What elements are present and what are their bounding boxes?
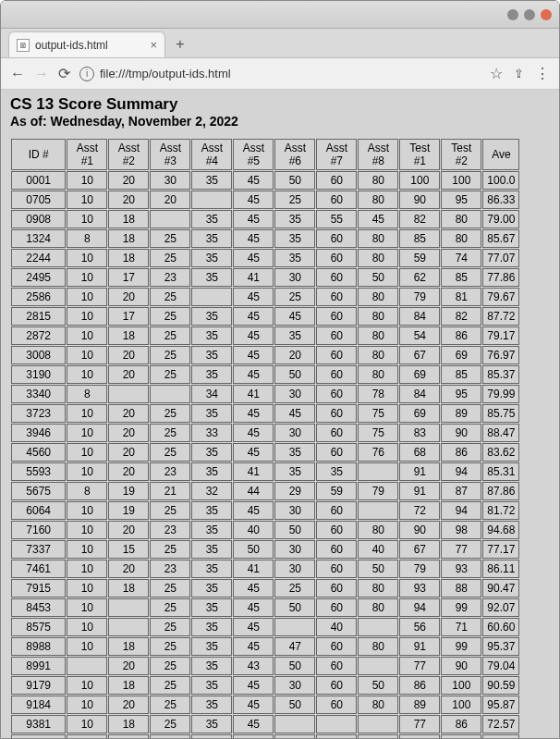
table-cell: 69: [441, 346, 481, 364]
table-cell: 35: [191, 618, 232, 636]
table-cell: 78.9: [399, 734, 440, 739]
page-title: CS 13 Score Summary: [10, 95, 550, 114]
menu-icon[interactable]: ⋮: [535, 65, 550, 82]
table-cell: 72: [399, 501, 440, 520]
table-cell: 79.04: [482, 657, 519, 675]
table-cell: 35: [274, 326, 315, 345]
table-cell: 10: [67, 249, 107, 267]
back-icon[interactable]: ←: [10, 66, 25, 82]
table-cell: 36.3: [274, 734, 315, 739]
table-cell: 86.33: [482, 191, 519, 209]
table-cell: [108, 385, 149, 403]
table-cell: [67, 657, 107, 675]
table-cell: 3190: [11, 365, 66, 384]
table-cell: 45: [233, 424, 274, 442]
browser-window: 🗎 output-ids.html × + ← → ⟳ i file:///tm…: [0, 0, 560, 739]
table-cell: 82: [399, 210, 440, 228]
table-cell: [358, 618, 398, 636]
window-minimize-icon[interactable]: [507, 9, 518, 20]
bookmark-icon[interactable]: ☆: [490, 65, 503, 82]
window-maximize-icon[interactable]: [524, 9, 535, 20]
table-row: 606410192535453060729481.72: [11, 501, 519, 520]
table-cell: 25: [150, 365, 190, 384]
tab-close-icon[interactable]: ×: [150, 38, 157, 52]
table-cell: 25: [274, 191, 315, 209]
table-cell: 80: [358, 365, 398, 384]
table-cell: 79: [358, 482, 398, 500]
table-cell: 10: [67, 346, 107, 364]
table-row: 070510202045256080909586.33: [11, 191, 519, 209]
window-close-icon[interactable]: [541, 9, 552, 20]
table-cell: 45: [233, 288, 274, 306]
table-cell: 44: [233, 482, 274, 500]
window-titlebar: [1, 1, 559, 29]
table-cell: 10: [67, 696, 107, 714]
extensions-icon[interactable]: ⇪: [514, 67, 524, 80]
table-cell: 25: [150, 579, 190, 597]
table-cell: 20: [108, 462, 149, 481]
table-row: 559310202335413535919485.31: [11, 462, 519, 481]
table-cell: 79.99: [482, 385, 519, 403]
table-cell: 10: [67, 424, 107, 442]
site-info-icon[interactable]: i: [79, 67, 94, 81]
table-cell: 2872: [11, 326, 66, 345]
tab-output-ids[interactable]: 🗎 output-ids.html ×: [8, 31, 165, 57]
table-cell: 50: [358, 560, 398, 578]
table-cell: 45: [233, 365, 274, 384]
new-tab-button[interactable]: +: [169, 33, 191, 55]
table-cell: 20: [108, 443, 149, 462]
table-cell: 45: [274, 404, 315, 423]
table-cell: 95.87: [482, 696, 519, 714]
table-cell: 7915: [11, 579, 66, 597]
table-cell: 41: [233, 268, 274, 287]
table-cell: 35: [191, 501, 232, 520]
table-cell: 99: [441, 637, 481, 656]
table-cell: 90: [441, 424, 481, 442]
table-cell: 24.6: [150, 734, 190, 739]
table-cell: 80: [441, 210, 481, 228]
table-cell: 25: [150, 424, 190, 442]
reload-icon[interactable]: ⟳: [58, 65, 70, 82]
table-header-cell: Asst #6: [274, 139, 315, 170]
table-cell: 10: [67, 443, 107, 462]
table-cell: 89: [441, 404, 481, 423]
table-header-cell: Asst #2: [108, 139, 149, 170]
table-cell: 7461: [11, 560, 66, 578]
table-cell: 30: [274, 268, 315, 287]
table-cell: 69: [399, 404, 440, 423]
table-cell: 88.47: [482, 424, 519, 442]
table-cell: 29: [274, 482, 315, 500]
table-cell: 80: [441, 229, 481, 248]
table-cell: 25: [150, 618, 190, 636]
table-cell: 91: [399, 637, 440, 656]
table-cell: 62: [399, 268, 440, 287]
table-cell: 25: [150, 657, 190, 675]
table-cell: 25: [150, 307, 190, 326]
table-cell: 60: [316, 365, 357, 384]
table-cell: 60: [316, 443, 357, 462]
table-cell: 3008: [11, 346, 66, 364]
table-cell: 85: [441, 268, 481, 287]
table-cell: 59: [316, 482, 357, 500]
url-field[interactable]: i file:///tmp/output-ids.html: [79, 67, 481, 81]
table-cell: 35: [191, 365, 232, 384]
table-cell: 8988: [11, 637, 66, 656]
table-cell: 35: [191, 268, 232, 287]
table-cell: 60: [316, 501, 357, 520]
table-cell: 75: [358, 404, 398, 423]
table-cell: 93: [399, 579, 440, 597]
table-row: 918410202535455060808910095.87: [11, 696, 519, 714]
table-cell: 50: [274, 171, 315, 190]
table-cell: 79.67: [482, 288, 519, 306]
table-cell: 77.07: [482, 249, 519, 267]
table-row: 28151017253545456080848287.72: [11, 307, 519, 326]
forward-icon[interactable]: →: [34, 66, 49, 82]
table-cell: 30: [150, 171, 190, 190]
table-cell: 10: [67, 191, 107, 209]
table-body: 00011020303545506080100100100.0070510202…: [11, 171, 519, 739]
table-cell: 45: [233, 307, 274, 326]
table-cell: 50: [358, 268, 398, 287]
table-summary-row: Average9.818.924.634.844.336.358.272.478…: [11, 734, 519, 739]
table-cell: 35: [274, 462, 315, 481]
table-cell: 77: [399, 715, 440, 733]
